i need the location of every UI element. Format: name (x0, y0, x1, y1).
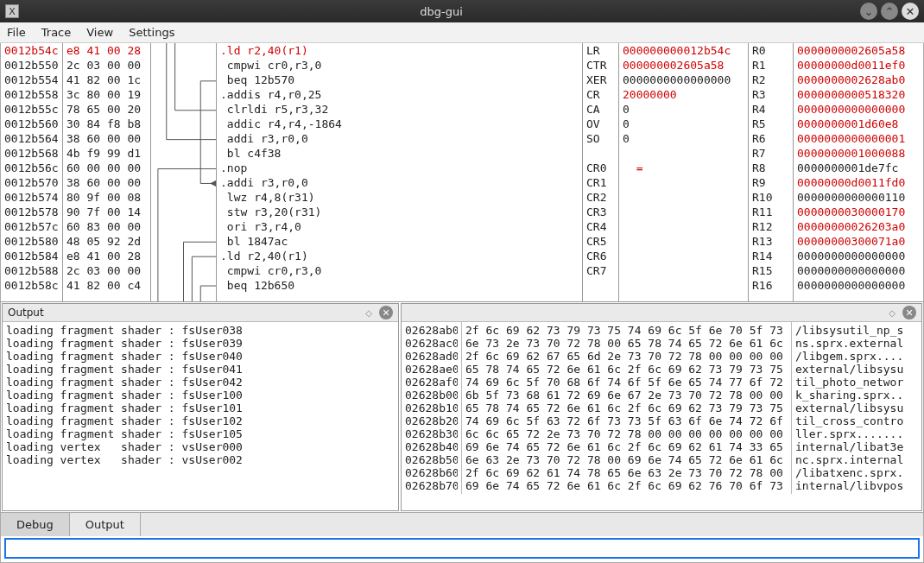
panel-pin-icon[interactable]: ◇ (885, 306, 899, 319)
output-panel-body[interactable]: loading fragment shader : fsUser038loadi… (3, 322, 398, 510)
disassembly-view[interactable]: 0012b54c0012b5500012b5540012b5580012b55c… (1, 43, 923, 302)
panel-close-icon[interactable]: ✕ (379, 306, 393, 319)
reg-left-name-column: LRCTRXERCRCAOVSOCR0CR1CR2CR3CR4CR5CR6CR7 (583, 43, 619, 301)
hex-address-column: 02628ab002628ac002628ad002628ae002628af0… (402, 322, 462, 494)
reg-right-value-column: 0000000002605a5800000000d0011ef000000000… (794, 43, 923, 301)
panel-pin-icon[interactable]: ◇ (362, 306, 376, 319)
menu-trace[interactable]: Trace (41, 26, 72, 39)
hex-ascii-column: /libsysutil_np_sns.sprx.external/libgem.… (792, 322, 921, 494)
title-bar: X dbg-gui ⌄ ⌃ ✕ (0, 0, 924, 22)
minimize-button[interactable]: ⌄ (860, 3, 877, 20)
hexdump-body[interactable]: 02628ab002628ac002628ad002628ae002628af0… (402, 322, 921, 494)
reg-left-value-column: 000000000012b54c000000002605a58000000000… (619, 43, 749, 301)
output-panel-title: Output (8, 307, 358, 319)
panel-close-icon[interactable]: ✕ (902, 306, 916, 319)
address-column: 0012b54c0012b5500012b5540012b5580012b55c… (1, 43, 63, 301)
maximize-button[interactable]: ⌃ (881, 3, 898, 20)
bytes-column: e8 41 00 282c 03 00 0041 82 00 1c3c 80 0… (63, 43, 151, 301)
output-panel: Output ◇ ✕ loading fragment shader : fsU… (2, 303, 399, 511)
mnemonic-column: .ld r2,40(r1) cmpwi cr0,r3,0 beq 12b570.… (217, 43, 583, 301)
close-button[interactable]: ✕ (902, 3, 919, 20)
tab-output[interactable]: Output (70, 513, 141, 536)
hex-bytes-column: 2f 6c 69 62 73 79 73 75 74 69 6c 5f 6e 7… (462, 322, 792, 494)
menu-view[interactable]: View (86, 26, 113, 39)
hexdump-panel: ◇ ✕ 02628ab002628ac002628ad002628ae00262… (401, 303, 922, 511)
reg-right-name-column: R0R1R2R3R4R5R6R7R8R9R10R11R12R13R14R15R1… (749, 43, 794, 301)
app-icon: X (5, 4, 19, 18)
tab-bar: Debug Output (1, 512, 923, 536)
menu-bar: File Trace View Settings (0, 22, 924, 43)
tab-debug[interactable]: Debug (1, 513, 70, 536)
menu-file[interactable]: File (7, 26, 26, 39)
menu-settings[interactable]: Settings (129, 26, 174, 39)
branch-column (151, 43, 217, 301)
command-input[interactable] (6, 540, 918, 557)
command-line[interactable] (4, 538, 920, 559)
window-title: dbg-gui (26, 5, 857, 18)
